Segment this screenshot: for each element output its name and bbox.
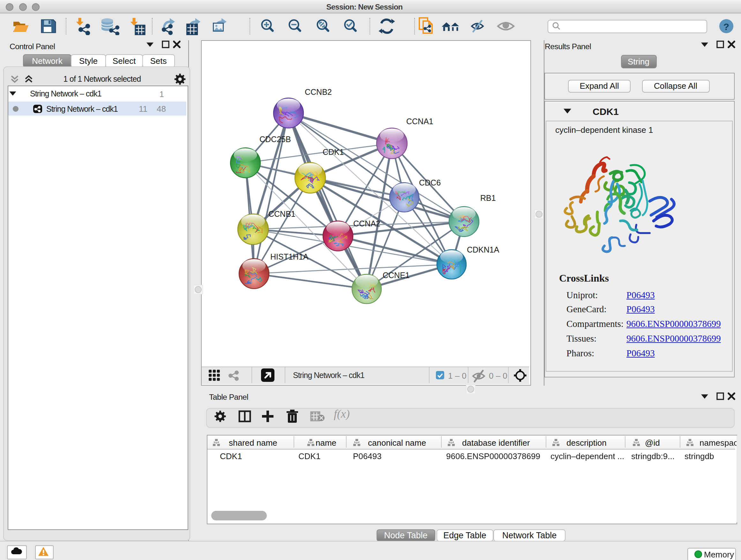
svg-text:CDC6: CDC6	[419, 178, 441, 187]
svg-text:RB1: RB1	[480, 193, 495, 202]
svg-text:CCNE1: CCNE1	[382, 271, 409, 280]
svg-text:CCNB2: CCNB2	[305, 87, 332, 97]
svg-text:CCNB1: CCNB1	[268, 209, 295, 219]
svg-text:HIST1H1A: HIST1H1A	[270, 252, 308, 261]
svg-text:CDC25B: CDC25B	[259, 135, 291, 144]
svg-text:CCNA1: CCNA1	[406, 117, 433, 126]
svg-text:CCNA2: CCNA2	[353, 219, 380, 228]
svg-text:CDKN1A: CDKN1A	[467, 245, 499, 254]
svg-text:CDK1: CDK1	[322, 147, 344, 157]
